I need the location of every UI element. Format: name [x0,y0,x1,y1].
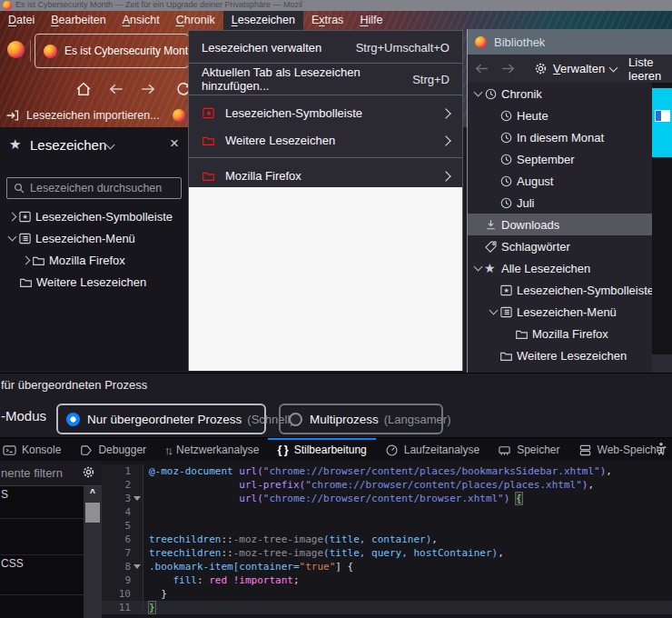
menubar-item-chronik[interactable]: Chronik [168,11,223,30]
mode-option-nur-übergeordneter-prozess[interactable]: Nur übergeordneter Prozess(Schnell) [56,404,266,434]
fold-arrow-icon[interactable] [131,496,143,501]
tab-stilbearbeitung[interactable]: { }Stilbearbeitung [268,438,375,462]
tree-item-lesezeichen-symbolleiste[interactable]: ★Lesezeichen-Symbolleiste [0,205,188,227]
tab-konsole[interactable]: Konsole [0,438,70,462]
options-gear-icon[interactable] [82,465,95,479]
code-line-5[interactable]: 5 [102,519,672,533]
menubar-item-datei[interactable]: Datei [0,11,43,30]
tab-speicher[interactable]: Speicher [489,438,568,462]
mode-option-multiprozess[interactable]: Multiprozess(Langsamer) [279,404,443,434]
fold-arrow-icon[interactable] [131,564,143,569]
bookmark-favicon [173,109,185,122]
collapse-chevron-icon[interactable] [5,236,18,240]
code-line-11[interactable]: 11} [102,601,672,614]
stylesheet-item[interactable]: CSS [0,555,84,595]
tree-item-schlagwörter[interactable]: Schlagwörter [468,235,652,257]
tree-item-label: Lesezeichen-Symbolleiste [517,284,653,297]
code-line-1[interactable]: 1@-moz-document url("chrome://browser/co… [102,464,672,478]
css-source-editor[interactable]: 1@-moz-document url("chrome://browser/co… [102,461,672,618]
code-line-6[interactable]: 6treechildren::-moz-tree-image(title, co… [102,533,672,546]
home-icon[interactable] [74,80,93,98]
menu-item-mozilla-firefox[interactable]: Mozilla Firefox [189,162,462,189]
menu-item-lesezeichen-symbolleiste[interactable]: ★Lesezeichen-Symbolleiste [189,99,462,126]
library-back-icon[interactable] [474,62,489,75]
line-number-gutter[interactable]: 9 [102,573,143,587]
tree-item-weitere-lesezeichen[interactable]: Weitere Lesezeichen [468,344,652,366]
tree-item-alle-lesezeichen[interactable]: ★Alle Lesezeichen [468,257,652,279]
line-number-gutter[interactable]: 1 [102,464,143,478]
scrollbar-thumb[interactable] [85,503,100,523]
search-placeholder: Lesezeichen durchsuchen [30,182,162,194]
tree-item-september[interactable]: September [468,148,652,170]
menu-item-weitere-lesezeichen[interactable]: Weitere Lesezeichen [189,126,462,154]
sidebar-search[interactable]: Lesezeichen durchsuchen [6,177,182,199]
library-window: Bibliothek Verwalten Liste leeren Chroni… [467,29,672,373]
menubar-item-extras[interactable]: Extras [303,11,351,30]
stylesheet-filter[interactable]: nente filtern [0,461,102,486]
code-line-9[interactable]: 9 fill: red !important; [102,573,672,587]
line-number-gutter[interactable]: 10 [102,587,143,601]
accessibility-icon[interactable] [654,441,668,456]
tree-item-in-diesem-monat[interactable]: In diesem Monat [468,126,652,148]
code-line-3[interactable]: 3 url("chrome://browser/content/browser.… [102,492,672,505]
menubar-item-bearbeiten[interactable]: Bearbeiten [43,11,114,30]
radio-selected-icon[interactable] [66,413,80,426]
library-forward-icon[interactable] [500,62,516,75]
clear-list-button[interactable]: Liste leeren [628,55,672,83]
line-number-gutter[interactable]: 8 [102,560,143,573]
tree-item-weitere-lesezeichen[interactable]: Weitere Lesezeichen [0,271,188,293]
line-number-gutter[interactable]: 2 [102,478,143,492]
code-line-10[interactable]: 10 } [102,587,672,601]
line-number-gutter[interactable]: 6 [102,533,143,546]
collapse-chevron-icon[interactable] [471,266,484,270]
radio-icon[interactable] [289,413,302,426]
sidebar-close-icon[interactable]: × [170,135,179,153]
stylesheet-item[interactable] [0,519,84,555]
line-number-gutter[interactable]: 5 [102,519,143,533]
tab-debugger[interactable]: Debugger [70,438,155,462]
stylesheet-scrollbar[interactable]: ^ [84,486,102,618]
active-tab[interactable]: Es ist Cybersecurity Month [35,34,189,68]
tree-item-mozilla-firefox[interactable]: Mozilla Firefox [0,249,188,271]
sidebar-switcher-chevron-icon[interactable] [104,145,116,148]
forward-icon[interactable] [140,82,156,96]
back-icon[interactable] [108,82,124,96]
import-bookmarks-button[interactable]: Lesezeichen importieren... [26,109,160,122]
code-line-4[interactable]: 4 [102,505,672,519]
tree-item-lesezeichen-menü[interactable]: Lesezeichen-Menü [468,301,652,323]
tree-item-lesezeichen-menü[interactable]: Lesezeichen-Menü [0,227,188,249]
menu-item-aktuellen-tab-als-lesezeichen-hinzufügen[interactable]: Aktuellen Tab als Lesezeichen hinzufügen… [189,67,462,91]
tree-item-mozilla-firefox[interactable]: Mozilla Firefox [468,323,652,344]
collapse-chevron-icon[interactable] [471,92,484,95]
line-number-gutter[interactable]: 11 [102,601,143,614]
scrollbar-up-icon[interactable]: ^ [84,486,102,501]
stylesheet-item[interactable] [0,595,84,618]
tab-netzwerkanalyse[interactable]: ↑↓Netzwerkanalyse [155,438,268,462]
tree-item-juli[interactable]: Juli [468,192,652,214]
menubar: DateiBearbeitenAnsichtChronikLesezeichen… [0,11,672,30]
tab-laufzeitanalyse[interactable]: Laufzeitanalyse [376,438,489,462]
tree-item-lesezeichen-symbolleiste[interactable]: ★Lesezeichen-Symbolleiste [468,279,652,301]
code-line-8[interactable]: 8.bookmark-item[container="true"] { [102,560,672,573]
code-text: @-moz-document url("chrome://browser/con… [143,464,672,478]
menubar-item-ansicht[interactable]: Ansicht [114,11,168,30]
menubar-item-lesezeichen[interactable]: Lesezeichen [223,11,303,30]
stylesheet-item[interactable]: S [0,486,84,519]
tree-item-august[interactable]: August [468,170,652,192]
menu-item-lesezeichen-verwalten[interactable]: Lesezeichen verwaltenStrg+Umschalt+O [189,35,462,59]
line-number-gutter[interactable]: 4 [102,505,143,519]
menubar-item-hilfe[interactable]: Hilfe [351,11,390,30]
code-line-7[interactable]: 7treechildren::-moz-tree-image(title, qu… [102,546,672,560]
expand-chevron-icon[interactable] [5,214,18,220]
tree-item-chronik[interactable]: Chronik [468,83,652,105]
firefox-view-button[interactable] [7,41,25,58]
tree-item-heute[interactable]: Heute [468,105,652,126]
line-number-gutter[interactable]: 3 [102,492,143,505]
window-thumbnail-icon[interactable] [655,110,670,122]
tree-item-downloads[interactable]: Downloads [468,214,652,235]
code-line-2[interactable]: 2 url-prefix("chrome://browser/content/p… [102,478,672,492]
manage-button[interactable]: Verwalten [553,62,605,75]
line-number-gutter[interactable]: 7 [102,546,143,560]
collapse-chevron-icon[interactable] [487,310,499,314]
expand-chevron-icon[interactable] [19,257,32,264]
